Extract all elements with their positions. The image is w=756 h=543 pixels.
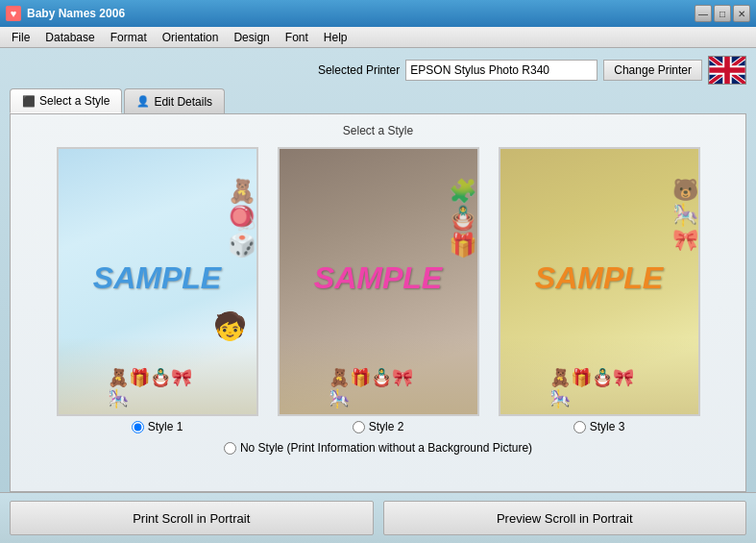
style2-sample-text: SAMPLE (314, 260, 442, 296)
main-area: Selected Printer Change Printer ⬛ Select… (0, 48, 756, 543)
style-cards: 🧸🪀🎲 SAMPLE 🧒 Style 1 🧩🪆🎁 SAMPLE (57, 147, 700, 433)
no-style-label: No Style (Print Information without a Ba… (240, 441, 532, 455)
minimize-button[interactable]: — (695, 5, 712, 22)
select-style-icon: ⬛ (22, 95, 36, 108)
menu-format[interactable]: Format (103, 29, 155, 46)
style2-label: Style 2 (369, 420, 404, 433)
no-style-row: No Style (Print Information without a Ba… (224, 441, 532, 455)
no-style-radio-label[interactable]: No Style (Print Information without a Ba… (224, 441, 532, 455)
tab-select-style[interactable]: ⬛ Select a Style (10, 88, 122, 113)
app-icon: ♥ (6, 6, 21, 21)
menu-bar: File Database Format Orientation Design … (0, 27, 756, 48)
content-panel: Select a Style 🧸🪀🎲 SAMPLE 🧒 Style 1 (10, 113, 746, 492)
menu-font[interactable]: Font (278, 29, 316, 46)
style2-radio[interactable] (353, 421, 365, 433)
printer-row: Selected Printer Change Printer (0, 48, 756, 88)
style1-radio-label[interactable]: Style 1 (132, 420, 183, 433)
style-thumbnail-2[interactable]: 🧩🪆🎁 SAMPLE (278, 147, 479, 416)
tab-edit-details[interactable]: 👤 Edit Details (124, 88, 225, 113)
menu-file[interactable]: File (4, 29, 37, 46)
window-title: Baby Names 2006 (27, 7, 125, 20)
tab-select-style-label: Select a Style (39, 94, 110, 108)
style1-radio[interactable] (132, 421, 144, 433)
change-printer-button[interactable]: Change Printer (603, 60, 702, 81)
style3-toys (500, 337, 698, 414)
style3-radio-label[interactable]: Style 3 (573, 420, 625, 433)
style2-radio-label[interactable]: Style 2 (353, 420, 404, 433)
menu-help[interactable]: Help (316, 29, 355, 46)
panel-heading: Select a Style (343, 124, 413, 137)
style-card-3: 🐻🎠🎀 SAMPLE Style 3 (499, 147, 700, 433)
menu-database[interactable]: Database (37, 29, 102, 46)
style-thumbnail-1[interactable]: 🧸🪀🎲 SAMPLE 🧒 (57, 147, 258, 416)
style1-sample-text: SAMPLE (93, 260, 221, 296)
style1-toys (59, 337, 256, 414)
maximize-button[interactable]: □ (714, 5, 731, 22)
style1-decoration: 🧸🪀🎲 (228, 178, 256, 259)
language-flag[interactable] (708, 56, 746, 85)
printer-label: Selected Printer (318, 63, 400, 77)
tabs-row: ⬛ Select a Style 👤 Edit Details (0, 88, 756, 113)
bottom-buttons-row: Print Scroll in Portrait Preview Scroll … (0, 492, 756, 543)
style3-decoration: 🐻🎠🎀 (672, 178, 698, 253)
style3-label: Style 3 (590, 420, 625, 433)
no-style-radio[interactable] (224, 442, 236, 455)
style2-toys (280, 337, 477, 414)
menu-orientation[interactable]: Orientation (155, 29, 227, 46)
style1-child-icon: 🧒 (213, 310, 247, 342)
preview-button[interactable]: Preview Scroll in Portrait (383, 501, 747, 535)
style3-radio[interactable] (573, 421, 586, 433)
style-card-1: 🧸🪀🎲 SAMPLE 🧒 Style 1 (57, 147, 258, 433)
style-card-2: 🧩🪆🎁 SAMPLE Style 2 (278, 147, 479, 433)
edit-details-icon: 👤 (136, 95, 150, 108)
style3-sample-text: SAMPLE (535, 260, 663, 296)
tab-edit-details-label: Edit Details (154, 95, 212, 109)
close-button[interactable]: ✕ (733, 5, 750, 22)
title-bar: ♥ Baby Names 2006 — □ ✕ (0, 0, 756, 27)
style-thumbnail-3[interactable]: 🐻🎠🎀 SAMPLE (499, 147, 700, 416)
style1-label: Style 1 (148, 420, 183, 433)
menu-design[interactable]: Design (226, 29, 277, 46)
style2-decoration: 🧩🪆🎁 (449, 178, 477, 259)
printer-input[interactable] (405, 60, 597, 81)
print-button[interactable]: Print Scroll in Portrait (10, 501, 374, 535)
